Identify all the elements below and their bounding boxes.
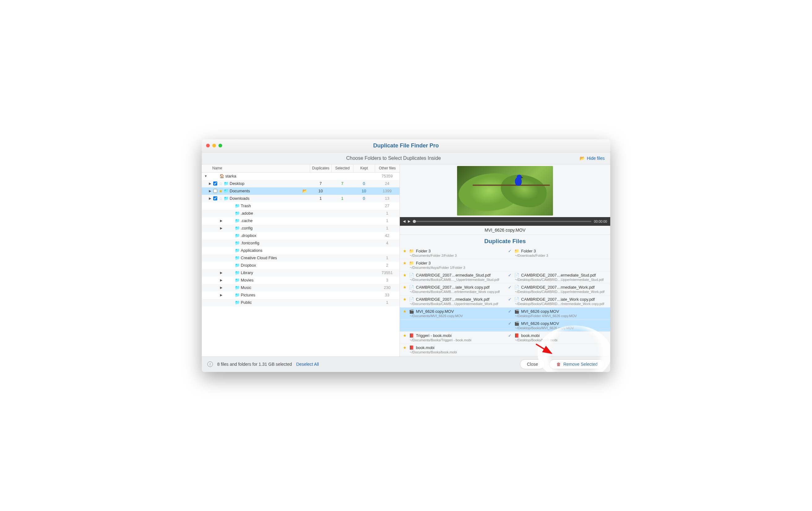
folder-row[interactable]: ▶★📁Documents📂10101399: [202, 187, 400, 195]
close-window-button[interactable]: [206, 144, 210, 147]
folder-row[interactable]: 📁.dropbox42: [202, 232, 400, 239]
play-button[interactable]: ▶: [408, 219, 410, 223]
folder-row[interactable]: ▶📁Movies3: [202, 276, 400, 284]
col-other[interactable]: Other files: [375, 164, 400, 172]
col-kept[interactable]: Kept: [353, 164, 375, 172]
disclosure-arrow[interactable]: ▶: [219, 286, 224, 289]
folder-row[interactable]: ▶📁Music230: [202, 284, 400, 291]
check-icon[interactable]: ✓: [508, 333, 513, 338]
duplicate-row[interactable]: ★📕Triggeri - book.mobi~/Documents/Books/…: [400, 332, 610, 344]
video-thumbnail[interactable]: [457, 166, 553, 216]
folder-row[interactable]: ▶📁Library73551: [202, 269, 400, 276]
star-icon[interactable]: ★: [403, 309, 407, 314]
duplicate-cell[interactable]: ✓📁Folder 3~/Downloads/Folder 3: [505, 247, 610, 259]
duplicate-cell[interactable]: [505, 259, 610, 271]
duplicate-row[interactable]: ★📄CAMBRIDGE_2007…rmediate_Work.pdf~/Docu…: [400, 295, 610, 307]
disclosure-arrow[interactable]: ▶: [208, 197, 212, 200]
duplicate-cell[interactable]: ★📄CAMBRIDGE_2007…ermediate_Stud.pdf~/Doc…: [400, 271, 505, 283]
folder-row[interactable]: ▶☆📁Downloads11013: [202, 195, 400, 202]
duplicate-cell[interactable]: [400, 320, 505, 331]
prev-button[interactable]: ◀: [403, 219, 405, 223]
folder-row[interactable]: 📁.adobe1: [202, 210, 400, 217]
disclosure-arrow[interactable]: ▶: [219, 293, 224, 297]
folder-tree[interactable]: ▼🏠starka75359▶☆📁Desktop77024▶★📁Documents…: [202, 172, 400, 356]
col-selected[interactable]: Selected: [331, 164, 353, 172]
check-icon[interactable]: ✓: [508, 273, 513, 277]
info-icon[interactable]: i: [207, 361, 213, 367]
duplicate-cell[interactable]: ✓🎬MVI_6626 copy.MOV~/Desktop/Books/MVI_6…: [505, 320, 610, 331]
folder-row[interactable]: ▶📁Pictures33: [202, 291, 400, 299]
duplicate-row[interactable]: ★📕book.mobi~/Documents/Books/book.mobi: [400, 344, 610, 356]
star-icon[interactable]: ★: [403, 345, 407, 350]
folder-open-icon: 📂: [302, 189, 310, 193]
duplicate-row[interactable]: ★📄CAMBRIDGE_2007…ermediate_Stud.pdf~/Doc…: [400, 271, 610, 284]
folder-checkbox[interactable]: [212, 182, 218, 186]
duplicate-cell[interactable]: ✓📕book.mobi~/Desktop/Books/book.mobi: [505, 332, 610, 344]
duplicate-cell[interactable]: ★📁Folder 3~/Documents/Folder 2/Folder 3: [400, 247, 505, 259]
minimize-window-button[interactable]: [212, 144, 216, 147]
seek-track[interactable]: [413, 221, 591, 222]
star-icon[interactable]: ★: [403, 333, 407, 338]
star-icon[interactable]: ★: [403, 297, 407, 302]
duplicates-list[interactable]: ★📁Folder 3~/Documents/Folder 2/Folder 3✓…: [400, 247, 610, 356]
hide-files-link[interactable]: 📂 Hide files: [580, 156, 605, 161]
duplicate-cell[interactable]: ★📄CAMBRIDGE_2007…iate_Work copy.pdf~/Doc…: [400, 284, 505, 295]
duplicate-cell[interactable]: ✓🎬MVI_6626 copy.MOV~/Desktop/Folder 4/MV…: [505, 307, 610, 319]
duplicate-row[interactable]: ★📁Folder 3~/Documents/Asya/Folder 1/Fold…: [400, 259, 610, 271]
check-icon[interactable]: ✓: [508, 297, 513, 302]
duplicate-cell[interactable]: ★📄CAMBRIDGE_2007…rmediate_Work.pdf~/Docu…: [400, 295, 505, 307]
seek-knob[interactable]: [413, 220, 416, 223]
check-icon[interactable]: ✓: [508, 309, 513, 314]
duplicate-row[interactable]: ★🎬MVI_6626 copy.MOV~/Documents/MVI_6626 …: [400, 307, 610, 320]
disclosure-arrow[interactable]: ▶: [219, 219, 224, 222]
disclosure-arrow[interactable]: ▶: [219, 271, 224, 274]
duplicate-cell[interactable]: ★📕Triggeri - book.mobi~/Documents/Books/…: [400, 332, 505, 344]
duplicate-cell[interactable]: [505, 344, 610, 355]
duplicate-row[interactable]: ★📄CAMBRIDGE_2007…iate_Work copy.pdf~/Doc…: [400, 284, 610, 295]
duplicate-cell[interactable]: ✓📄CAMBRIDGE_2007…ermediate_Stud.pdf~/Des…: [505, 271, 610, 283]
folder-checkbox[interactable]: [212, 196, 218, 200]
star-icon[interactable]: ☆: [218, 196, 224, 201]
folder-row[interactable]: 📁Dropbox2: [202, 262, 400, 269]
close-button[interactable]: Close: [520, 359, 545, 369]
disclosure-arrow[interactable]: ▶: [219, 278, 224, 282]
duplicate-row[interactable]: ★📁Folder 3~/Documents/Folder 2/Folder 3✓…: [400, 247, 610, 259]
duplicate-cell[interactable]: ★📁Folder 3~/Documents/Asya/Folder 1/Fold…: [400, 259, 505, 271]
col-duplicates[interactable]: Duplicates: [310, 164, 331, 172]
duplicate-row[interactable]: ✓🎬MVI_6626 copy.MOV~/Desktop/Books/MVI_6…: [400, 320, 610, 332]
star-icon[interactable]: ★: [403, 285, 407, 290]
folder-row[interactable]: 📁.fontconfig4: [202, 239, 400, 247]
duplicate-cell[interactable]: ★🎬MVI_6626 copy.MOV~/Documents/MVI_6626 …: [400, 307, 505, 319]
check-icon[interactable]: ✓: [508, 321, 513, 326]
folder-row[interactable]: ▶📁.cache1: [202, 217, 400, 224]
folder-row[interactable]: ▶☆📁Desktop77024: [202, 180, 400, 187]
disclosure-arrow[interactable]: ▶: [208, 189, 212, 193]
folder-checkbox[interactable]: [212, 189, 218, 193]
folder-row[interactable]: 📁Creative Cloud Files1: [202, 254, 400, 262]
zoom-window-button[interactable]: [219, 144, 222, 147]
folder-icon: 📁: [235, 211, 240, 216]
other-count: 1: [375, 255, 400, 260]
folder-panel: Name Duplicates Selected Kept Other file…: [202, 164, 400, 356]
disclosure-arrow[interactable]: ▶: [208, 182, 212, 185]
folder-row[interactable]: ▶📁.config1: [202, 224, 400, 232]
star-icon[interactable]: ☆: [218, 181, 224, 186]
col-name[interactable]: Name: [202, 166, 310, 170]
duplicate-cell[interactable]: ✓📄CAMBRIDGE_2007…iate_Work copy.pdf~/Des…: [505, 295, 610, 307]
folder-row[interactable]: 📁Applications: [202, 247, 400, 254]
duplicate-cell[interactable]: ✓📄CAMBRIDGE_2007…rmediate_Work.pdf~/Desk…: [505, 284, 610, 295]
disclosure-arrow[interactable]: ▼: [204, 174, 208, 178]
folder-row-root[interactable]: ▼🏠starka75359: [202, 172, 400, 180]
deselect-all-link[interactable]: Deselect All: [296, 362, 319, 367]
star-icon[interactable]: ★: [218, 189, 224, 193]
folder-row[interactable]: 📁Public1: [202, 299, 400, 306]
star-icon[interactable]: ★: [403, 249, 407, 253]
duplicate-cell[interactable]: ★📕book.mobi~/Documents/Books/book.mobi: [400, 344, 505, 355]
folder-row[interactable]: 📁Trash27: [202, 202, 400, 210]
remove-selected-button[interactable]: 🗑 Remove Selected: [549, 359, 605, 369]
star-icon[interactable]: ★: [403, 261, 407, 265]
star-icon[interactable]: ★: [403, 273, 407, 277]
disclosure-arrow[interactable]: ▶: [219, 226, 224, 230]
check-icon[interactable]: ✓: [508, 285, 513, 290]
check-icon[interactable]: ✓: [508, 249, 513, 253]
